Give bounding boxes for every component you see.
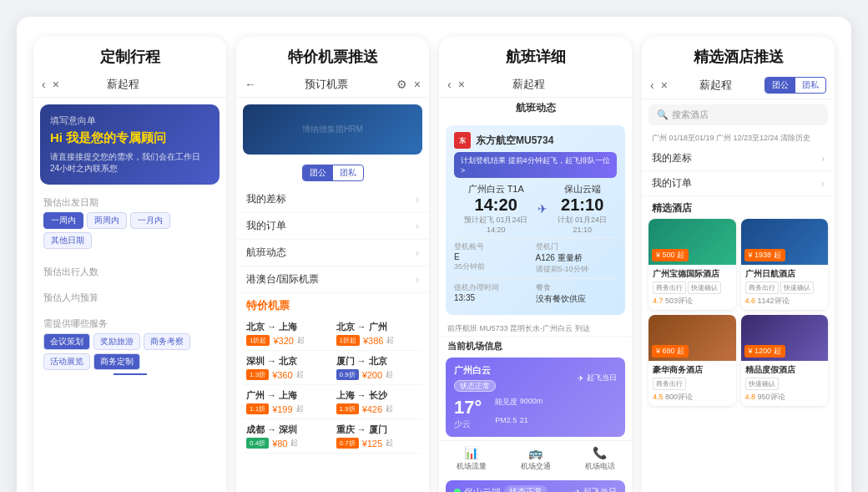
hotel-card-1[interactable]: ¥ 1938 起 广州日航酒店 商务出行 快速确认 4.6 1142评论 bbox=[741, 219, 829, 310]
hotel-name-0: 广州宝德国际酒店 bbox=[653, 268, 732, 280]
card1-service-section: 需提供哪些服务 会议策划 奖励旅游 商务考察 活动展览 商务定制 bbox=[33, 312, 226, 383]
flight-badge-1: 1折起 bbox=[336, 335, 360, 346]
chevron-icon: › bbox=[416, 194, 419, 205]
plane-small-icon: ✈ bbox=[578, 374, 584, 383]
flight-item-5[interactable]: 上海 → 长沙 1.9折 ¥426起 bbox=[333, 385, 423, 419]
menu-item-0[interactable]: 我的差标› bbox=[236, 186, 429, 213]
menu-item-3[interactable]: 港澳台/国际机票› bbox=[236, 266, 429, 293]
bottom-item-0[interactable]: 📊 机场流量 bbox=[457, 446, 487, 472]
search-bar[interactable]: 🔍 搜索酒店 bbox=[648, 104, 828, 125]
card3-back-icon[interactable]: ‹ bbox=[447, 78, 452, 91]
card1-hero-main: Hi 我是您的专属顾问 bbox=[50, 130, 209, 146]
flight-route-0: 北京 → 上海 bbox=[246, 321, 330, 333]
hotel-img-0: ¥ 500 起 bbox=[648, 219, 736, 265]
card3-close-icon[interactable]: × bbox=[458, 78, 465, 91]
toggle-private[interactable]: 团私 bbox=[333, 165, 363, 180]
date-option-0[interactable]: 一周内 bbox=[43, 212, 83, 229]
chevron-icon: › bbox=[821, 178, 825, 190]
card2-settings-icon[interactable]: ⚙ bbox=[396, 78, 407, 91]
card2-back-icon[interactable]: ← bbox=[245, 78, 256, 91]
flight-price-7: ¥125 bbox=[362, 439, 382, 449]
card1-nav-left: ‹ × bbox=[42, 78, 59, 91]
hotel-menu-item-1[interactable]: 我的订单› bbox=[642, 171, 835, 196]
departure-time: 14:20 bbox=[454, 195, 537, 215]
card1-nav: ‹ × 薪起程 bbox=[33, 72, 226, 98]
date-option-3[interactable]: 其他日期 bbox=[43, 232, 92, 249]
featured-label: 精选酒店 bbox=[642, 196, 835, 219]
close-icon[interactable]: × bbox=[53, 78, 59, 91]
hotel-card-0[interactable]: ¥ 500 起 广州宝德国际酒店 商务出行 快速确认 4.7 503评论 bbox=[648, 219, 736, 310]
card4-back-icon[interactable]: ‹ bbox=[650, 79, 654, 92]
flight-route-3: 厦门 → 北京 bbox=[336, 355, 420, 368]
arrival-block: 保山云端 21:10 计划 01月24日 21:10 bbox=[548, 183, 617, 234]
chevron-icon: › bbox=[416, 247, 419, 259]
hotel-rating-1: 4.6 1142评论 bbox=[745, 296, 825, 307]
service-tag-4[interactable]: 商务定制 bbox=[93, 353, 140, 370]
fly-today: ✈ 起飞当日 bbox=[574, 486, 617, 492]
hotel-img-3: ¥ 1200 起 bbox=[741, 315, 829, 361]
hotel-tags-0: 商务出行 快速确认 bbox=[653, 282, 732, 294]
menu-item-1[interactable]: 我的订单› bbox=[236, 213, 429, 240]
bottom-label-1: 机场交通 bbox=[521, 461, 551, 472]
checkin-label: 值机办理时间 bbox=[454, 282, 536, 293]
service-tag-2[interactable]: 商务考察 bbox=[144, 333, 190, 350]
card4-toggle-public[interactable]: 团公 bbox=[765, 78, 795, 93]
flight-item-2[interactable]: 深圳 → 北京 1.3折 ¥360起 bbox=[243, 351, 333, 385]
card4-close-icon[interactable]: × bbox=[661, 79, 668, 92]
flight-price-row-1: 1折起 ¥386起 bbox=[336, 335, 420, 346]
flight-price-6: ¥80 bbox=[272, 439, 287, 449]
flight-price-2: ¥360 bbox=[272, 370, 292, 380]
bottom-item-2[interactable]: 📞 机场电话 bbox=[585, 446, 615, 472]
card1-title: 定制行程 bbox=[33, 37, 226, 72]
back-icon[interactable]: ‹ bbox=[42, 78, 46, 91]
card1-date-options: 一周内 两周内 一月内 其他日期 bbox=[43, 212, 216, 249]
card2-toggle: 团公 团私 bbox=[302, 165, 364, 181]
card2-close-icon[interactable]: × bbox=[414, 78, 421, 91]
checkin-row: 值机办理时间 13:35 餐食 没有餐饮供应 bbox=[454, 278, 617, 308]
flight-price-row-4: 1.1折 ¥199起 bbox=[246, 403, 330, 414]
flight-route-4: 广州 → 上海 bbox=[246, 389, 330, 402]
flight-item-0[interactable]: 北京 → 上海 1折起 ¥320起 bbox=[243, 317, 333, 351]
date-option-1[interactable]: 两周内 bbox=[87, 212, 127, 229]
flight-item-4[interactable]: 广州 → 上海 1.1折 ¥199起 bbox=[243, 385, 333, 419]
hotel-info-0: 广州宝德国际酒店 商务出行 快速确认 4.7 503评论 bbox=[648, 265, 736, 310]
seat-value: A126 重量桥 bbox=[536, 252, 618, 264]
flight-item-6[interactable]: 成都 → 深圳 0.4折 ¥80起 bbox=[243, 419, 333, 454]
meal-label: 餐食 bbox=[536, 282, 618, 293]
service-tag-0[interactable]: 会议策划 bbox=[43, 333, 90, 350]
hotel-price-tag-3: ¥ 1200 起 bbox=[744, 345, 785, 358]
bottom-item-1[interactable]: 🚌 机场交通 bbox=[521, 446, 551, 472]
flight-badge-3: 0.9折 bbox=[336, 369, 359, 380]
hotel-menu-item-0[interactable]: 我的差标› bbox=[642, 146, 835, 171]
weather-header: 广州白云 状态正常 ✈ 起飞当日 bbox=[454, 364, 617, 392]
flight-item-3[interactable]: 厦门 → 北京 0.9折 ¥200起 bbox=[333, 351, 423, 385]
hotel-rating-3: 4.8 950评论 bbox=[745, 392, 825, 403]
service-tag-3[interactable]: 活动展览 bbox=[43, 353, 90, 370]
date-option-2[interactable]: 一月内 bbox=[130, 212, 170, 229]
flight-item-1[interactable]: 北京 → 广州 1折起 ¥386起 bbox=[333, 317, 423, 351]
flight-badge-2: 1.3折 bbox=[246, 369, 269, 380]
hotel-tags-1: 商务出行 快速确认 bbox=[745, 282, 825, 294]
card-hotels: 精选酒店推送 ‹ × 薪起程 团公 团私 🔍 搜索酒店 广州 01/18至01/… bbox=[642, 37, 835, 492]
flight-route-5: 上海 → 长沙 bbox=[336, 389, 420, 402]
alert-banner[interactable]: 计划登机结果 提前4分钟起飞，起飞排队一位 > bbox=[454, 152, 617, 178]
plane-icon: ✈ bbox=[537, 202, 548, 216]
toggle-public[interactable]: 团公 bbox=[303, 165, 333, 180]
hotel-card-3[interactable]: ¥ 1200 起 精品度假酒店 快速确认 4.8 950评论 bbox=[741, 315, 829, 406]
flight-badge-5: 1.9折 bbox=[336, 403, 359, 414]
meal-value: 没有餐饮供应 bbox=[536, 293, 618, 305]
flight-price-row-5: 1.9折 ¥426起 bbox=[336, 403, 420, 414]
hotel-card-2[interactable]: ¥ 680 起 豪华商务酒店 商务出行 4.5 800评论 bbox=[648, 315, 736, 406]
card2-title: 特价机票推送 bbox=[236, 37, 429, 72]
transport-icon: 🚌 bbox=[528, 446, 542, 459]
date-range-text: 广州 01/18至01/19 广州 12/23至12/24 清除历史 bbox=[652, 133, 810, 144]
card4-toggle-private[interactable]: 团私 bbox=[795, 78, 825, 93]
hotel-grid: ¥ 500 起 广州宝德国际酒店 商务出行 快速确认 4.7 503评论 ¥ 1… bbox=[642, 219, 835, 411]
flight-item-7[interactable]: 重庆 → 厦门 0.7折 ¥125起 bbox=[333, 419, 423, 454]
service-tag-1[interactable]: 奖励旅游 bbox=[93, 333, 140, 350]
flight-price-4: ¥199 bbox=[272, 404, 292, 414]
card3-title: 航班详细 bbox=[439, 37, 632, 72]
flight-badge-7: 0.7折 bbox=[336, 438, 359, 449]
menu-item-2[interactable]: 航班动态› bbox=[236, 240, 429, 266]
seat-col: 登机门 A126 重量桥 请提前5-10分钟 bbox=[536, 241, 618, 275]
